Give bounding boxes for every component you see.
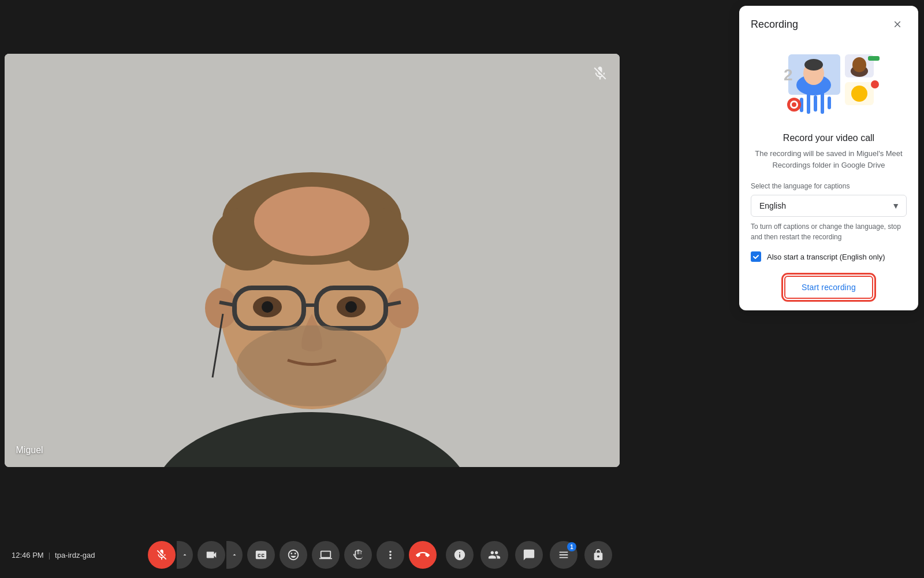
more-options-button[interactable] [377, 541, 404, 569]
svg-point-32 [871, 80, 879, 88]
svg-rect-35 [814, 95, 817, 112]
svg-rect-36 [821, 92, 824, 114]
info-icon [453, 549, 466, 561]
chat-button[interactable] [515, 541, 543, 569]
video-container: Miguel [5, 54, 620, 467]
captions-icon [255, 549, 267, 561]
present-button[interactable] [312, 541, 340, 569]
transcript-checkbox[interactable] [751, 251, 761, 262]
camera-button-group [198, 541, 243, 569]
toolbar-right: 1 [446, 541, 612, 569]
language-select-wrapper: English Spanish French German Portuguese… [751, 195, 907, 217]
people-button[interactable] [480, 541, 508, 569]
toolbar-center [139, 541, 446, 569]
mute-icon-overlay [592, 65, 608, 85]
present-icon [319, 549, 332, 561]
recording-illustration-svg: 2 [771, 46, 886, 121]
svg-point-19 [345, 301, 357, 313]
close-icon [892, 19, 903, 29]
svg-point-31 [851, 86, 867, 102]
svg-point-40 [792, 102, 796, 107]
toolbar-left: 12:46 PM | tpa-irdz-gad [12, 551, 139, 560]
video-background [5, 54, 620, 467]
mic-off-icon [592, 65, 608, 81]
host-controls-button[interactable] [584, 541, 612, 569]
recording-header: Recording [739, 6, 918, 38]
mic-button[interactable] [148, 541, 176, 569]
raise-hand-button[interactable] [344, 541, 372, 569]
svg-rect-34 [807, 94, 810, 114]
participant-video [5, 54, 620, 467]
camera-button[interactable] [198, 541, 225, 569]
more-vert-icon [384, 549, 397, 561]
recording-illustration: 2 [751, 43, 907, 124]
svg-text:2: 2 [784, 66, 793, 84]
end-call-button[interactable] [409, 541, 437, 569]
record-subtext: The recording will be saved in Miguel's … [751, 148, 907, 171]
transcript-row: Also start a transcript (English only) [751, 251, 907, 262]
people-icon [488, 549, 501, 561]
emoji-icon [287, 549, 300, 561]
language-select[interactable]: English Spanish French German Portuguese [751, 195, 907, 217]
start-recording-button[interactable]: Start recording [784, 276, 873, 299]
transcript-checkbox-wrapper[interactable]: Also start a transcript (English only) [751, 251, 885, 262]
svg-rect-29 [868, 56, 880, 61]
hand-icon [352, 549, 364, 561]
mic-button-group [148, 541, 193, 569]
svg-point-18 [262, 301, 273, 313]
captions-button[interactable] [247, 541, 275, 569]
info-button[interactable] [446, 541, 474, 569]
svg-point-8 [254, 187, 370, 256]
call-end-icon [416, 548, 430, 562]
caption-language-label: Select the language for captions [751, 182, 907, 190]
checkmark-icon [752, 253, 759, 260]
transcript-label: Also start a transcript (English only) [767, 253, 885, 261]
meeting-code: tpa-irdz-gad [55, 551, 95, 560]
lock-icon [592, 549, 605, 561]
videocam-icon [205, 549, 218, 561]
recording-panel: Recording [739, 6, 918, 310]
recording-title: Recording [751, 18, 798, 31]
meeting-time: 12:46 PM [12, 551, 44, 560]
chevron-up-icon [231, 551, 238, 558]
svg-rect-37 [828, 97, 831, 109]
mic-off-icon [155, 549, 168, 561]
close-recording-panel-button[interactable] [888, 15, 907, 34]
recording-body: 2 Record your video call The recording w… [739, 38, 918, 310]
emoji-button[interactable] [280, 541, 307, 569]
mic-options-button[interactable] [177, 541, 193, 569]
toolbar: 12:46 PM | tpa-irdz-gad [0, 532, 624, 578]
svg-point-25 [804, 59, 823, 71]
svg-point-10 [386, 288, 419, 328]
notification-badge: 1 [567, 542, 576, 551]
activities-icon [557, 549, 570, 561]
activities-button[interactable]: 1 [550, 541, 578, 569]
record-heading: Record your video call [751, 133, 907, 143]
svg-point-28 [852, 57, 866, 72]
caption-hint: To turn off captions or change the langu… [751, 221, 907, 242]
toolbar-separator: | [49, 551, 50, 560]
chat-icon [523, 549, 535, 561]
camera-options-button[interactable] [226, 541, 243, 569]
participant-name: Miguel [16, 445, 43, 455]
chevron-up-icon [181, 551, 188, 558]
video-area: Miguel [0, 0, 624, 578]
